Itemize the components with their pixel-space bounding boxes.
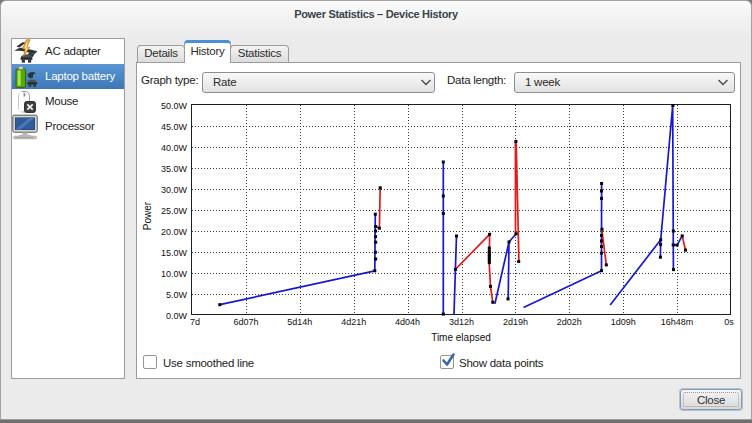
svg-text:4d21h: 4d21h <box>341 317 366 327</box>
svg-text:1d09h: 1d09h <box>611 317 636 327</box>
svg-text:5d14h: 5d14h <box>287 317 312 327</box>
svg-text:5.0W: 5.0W <box>166 290 188 300</box>
svg-text:7d: 7d <box>190 317 200 327</box>
svg-text:40.0W: 40.0W <box>161 143 188 153</box>
svg-text:6d07h: 6d07h <box>233 317 258 327</box>
svg-text:35.0W: 35.0W <box>161 164 188 174</box>
svg-text:16h48m: 16h48m <box>661 317 694 327</box>
svg-text:0s: 0s <box>724 317 734 327</box>
svg-text:Time elapsed: Time elapsed <box>431 332 491 343</box>
svg-text:3d12h: 3d12h <box>449 317 474 327</box>
svg-text:20.0W: 20.0W <box>161 227 188 237</box>
svg-text:45.0W: 45.0W <box>161 122 188 132</box>
svg-text:2d19h: 2d19h <box>503 317 528 327</box>
svg-text:0.0W: 0.0W <box>166 311 188 321</box>
svg-text:4d04h: 4d04h <box>395 317 420 327</box>
svg-text:15.0W: 15.0W <box>161 248 188 258</box>
svg-text:30.0W: 30.0W <box>161 185 188 195</box>
svg-text:50.0W: 50.0W <box>161 101 188 111</box>
svg-text:2d02h: 2d02h <box>557 317 582 327</box>
svg-text:Power: Power <box>142 201 153 230</box>
svg-text:10.0W: 10.0W <box>161 269 188 279</box>
svg-text:25.0W: 25.0W <box>161 206 188 216</box>
